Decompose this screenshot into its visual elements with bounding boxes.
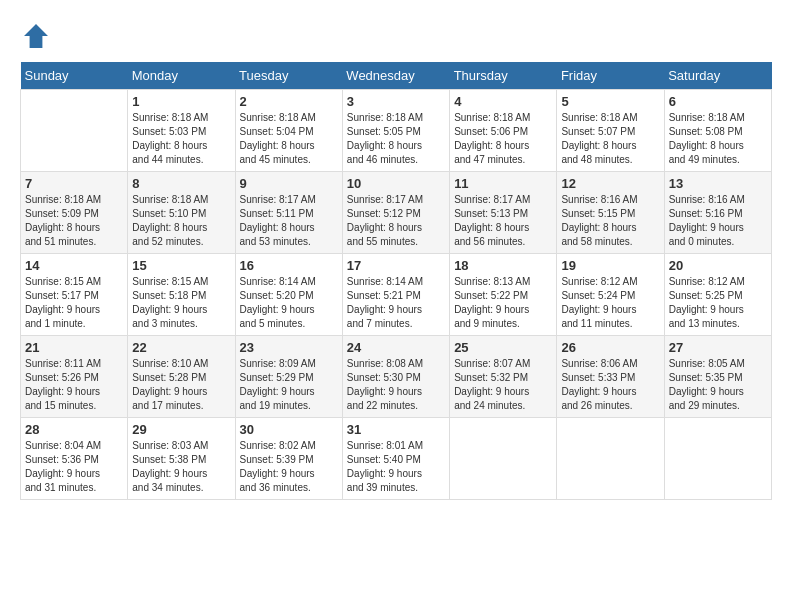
day-info: Sunrise: 8:18 AM Sunset: 5:08 PM Dayligh… (669, 111, 767, 167)
day-number: 21 (25, 340, 123, 355)
day-info: Sunrise: 8:12 AM Sunset: 5:24 PM Dayligh… (561, 275, 659, 331)
calendar-cell: 9Sunrise: 8:17 AM Sunset: 5:11 PM Daylig… (235, 172, 342, 254)
day-number: 8 (132, 176, 230, 191)
calendar-cell (557, 418, 664, 500)
calendar-cell: 23Sunrise: 8:09 AM Sunset: 5:29 PM Dayli… (235, 336, 342, 418)
calendar-cell: 13Sunrise: 8:16 AM Sunset: 5:16 PM Dayli… (664, 172, 771, 254)
day-number: 27 (669, 340, 767, 355)
day-info: Sunrise: 8:06 AM Sunset: 5:33 PM Dayligh… (561, 357, 659, 413)
calendar-cell: 22Sunrise: 8:10 AM Sunset: 5:28 PM Dayli… (128, 336, 235, 418)
svg-marker-0 (24, 24, 48, 48)
day-info: Sunrise: 8:18 AM Sunset: 5:05 PM Dayligh… (347, 111, 445, 167)
day-number: 9 (240, 176, 338, 191)
calendar-cell: 10Sunrise: 8:17 AM Sunset: 5:12 PM Dayli… (342, 172, 449, 254)
calendar-cell: 31Sunrise: 8:01 AM Sunset: 5:40 PM Dayli… (342, 418, 449, 500)
day-info: Sunrise: 8:03 AM Sunset: 5:38 PM Dayligh… (132, 439, 230, 495)
column-header-friday: Friday (557, 62, 664, 90)
calendar-week-row: 7Sunrise: 8:18 AM Sunset: 5:09 PM Daylig… (21, 172, 772, 254)
day-number: 6 (669, 94, 767, 109)
day-number: 11 (454, 176, 552, 191)
calendar-table: SundayMondayTuesdayWednesdayThursdayFrid… (20, 62, 772, 500)
calendar-cell: 12Sunrise: 8:16 AM Sunset: 5:15 PM Dayli… (557, 172, 664, 254)
day-info: Sunrise: 8:17 AM Sunset: 5:11 PM Dayligh… (240, 193, 338, 249)
day-number: 23 (240, 340, 338, 355)
calendar-cell: 14Sunrise: 8:15 AM Sunset: 5:17 PM Dayli… (21, 254, 128, 336)
day-info: Sunrise: 8:18 AM Sunset: 5:07 PM Dayligh… (561, 111, 659, 167)
calendar-cell: 28Sunrise: 8:04 AM Sunset: 5:36 PM Dayli… (21, 418, 128, 500)
day-info: Sunrise: 8:02 AM Sunset: 5:39 PM Dayligh… (240, 439, 338, 495)
day-info: Sunrise: 8:14 AM Sunset: 5:20 PM Dayligh… (240, 275, 338, 331)
logo-icon (20, 20, 52, 52)
calendar-cell: 8Sunrise: 8:18 AM Sunset: 5:10 PM Daylig… (128, 172, 235, 254)
day-number: 16 (240, 258, 338, 273)
day-number: 20 (669, 258, 767, 273)
calendar-cell: 4Sunrise: 8:18 AM Sunset: 5:06 PM Daylig… (450, 90, 557, 172)
column-header-wednesday: Wednesday (342, 62, 449, 90)
day-info: Sunrise: 8:09 AM Sunset: 5:29 PM Dayligh… (240, 357, 338, 413)
day-info: Sunrise: 8:04 AM Sunset: 5:36 PM Dayligh… (25, 439, 123, 495)
day-info: Sunrise: 8:14 AM Sunset: 5:21 PM Dayligh… (347, 275, 445, 331)
day-number: 15 (132, 258, 230, 273)
day-info: Sunrise: 8:18 AM Sunset: 5:09 PM Dayligh… (25, 193, 123, 249)
calendar-week-row: 14Sunrise: 8:15 AM Sunset: 5:17 PM Dayli… (21, 254, 772, 336)
calendar-cell: 3Sunrise: 8:18 AM Sunset: 5:05 PM Daylig… (342, 90, 449, 172)
day-number: 19 (561, 258, 659, 273)
day-info: Sunrise: 8:13 AM Sunset: 5:22 PM Dayligh… (454, 275, 552, 331)
calendar-cell: 27Sunrise: 8:05 AM Sunset: 5:35 PM Dayli… (664, 336, 771, 418)
day-number: 22 (132, 340, 230, 355)
calendar-cell: 6Sunrise: 8:18 AM Sunset: 5:08 PM Daylig… (664, 90, 771, 172)
day-number: 2 (240, 94, 338, 109)
calendar-week-row: 21Sunrise: 8:11 AM Sunset: 5:26 PM Dayli… (21, 336, 772, 418)
column-header-sunday: Sunday (21, 62, 128, 90)
day-info: Sunrise: 8:08 AM Sunset: 5:30 PM Dayligh… (347, 357, 445, 413)
calendar-cell: 25Sunrise: 8:07 AM Sunset: 5:32 PM Dayli… (450, 336, 557, 418)
day-number: 25 (454, 340, 552, 355)
calendar-week-row: 1Sunrise: 8:18 AM Sunset: 5:03 PM Daylig… (21, 90, 772, 172)
day-number: 4 (454, 94, 552, 109)
column-header-monday: Monday (128, 62, 235, 90)
calendar-cell (664, 418, 771, 500)
day-info: Sunrise: 8:01 AM Sunset: 5:40 PM Dayligh… (347, 439, 445, 495)
calendar-cell: 26Sunrise: 8:06 AM Sunset: 5:33 PM Dayli… (557, 336, 664, 418)
day-info: Sunrise: 8:12 AM Sunset: 5:25 PM Dayligh… (669, 275, 767, 331)
day-number: 12 (561, 176, 659, 191)
calendar-cell: 2Sunrise: 8:18 AM Sunset: 5:04 PM Daylig… (235, 90, 342, 172)
day-info: Sunrise: 8:18 AM Sunset: 5:04 PM Dayligh… (240, 111, 338, 167)
day-info: Sunrise: 8:18 AM Sunset: 5:03 PM Dayligh… (132, 111, 230, 167)
calendar-week-row: 28Sunrise: 8:04 AM Sunset: 5:36 PM Dayli… (21, 418, 772, 500)
calendar-cell (450, 418, 557, 500)
column-header-saturday: Saturday (664, 62, 771, 90)
calendar-cell: 20Sunrise: 8:12 AM Sunset: 5:25 PM Dayli… (664, 254, 771, 336)
day-info: Sunrise: 8:17 AM Sunset: 5:12 PM Dayligh… (347, 193, 445, 249)
day-info: Sunrise: 8:16 AM Sunset: 5:15 PM Dayligh… (561, 193, 659, 249)
day-info: Sunrise: 8:15 AM Sunset: 5:17 PM Dayligh… (25, 275, 123, 331)
calendar-cell: 18Sunrise: 8:13 AM Sunset: 5:22 PM Dayli… (450, 254, 557, 336)
day-number: 18 (454, 258, 552, 273)
calendar-cell: 21Sunrise: 8:11 AM Sunset: 5:26 PM Dayli… (21, 336, 128, 418)
day-number: 7 (25, 176, 123, 191)
day-number: 17 (347, 258, 445, 273)
day-info: Sunrise: 8:17 AM Sunset: 5:13 PM Dayligh… (454, 193, 552, 249)
day-number: 3 (347, 94, 445, 109)
day-info: Sunrise: 8:18 AM Sunset: 5:10 PM Dayligh… (132, 193, 230, 249)
column-header-tuesday: Tuesday (235, 62, 342, 90)
day-number: 5 (561, 94, 659, 109)
logo (20, 20, 56, 52)
day-number: 28 (25, 422, 123, 437)
day-number: 14 (25, 258, 123, 273)
day-info: Sunrise: 8:10 AM Sunset: 5:28 PM Dayligh… (132, 357, 230, 413)
day-info: Sunrise: 8:16 AM Sunset: 5:16 PM Dayligh… (669, 193, 767, 249)
day-info: Sunrise: 8:05 AM Sunset: 5:35 PM Dayligh… (669, 357, 767, 413)
calendar-cell: 7Sunrise: 8:18 AM Sunset: 5:09 PM Daylig… (21, 172, 128, 254)
calendar-cell: 17Sunrise: 8:14 AM Sunset: 5:21 PM Dayli… (342, 254, 449, 336)
day-number: 29 (132, 422, 230, 437)
day-number: 24 (347, 340, 445, 355)
calendar-cell: 29Sunrise: 8:03 AM Sunset: 5:38 PM Dayli… (128, 418, 235, 500)
day-number: 13 (669, 176, 767, 191)
day-number: 30 (240, 422, 338, 437)
calendar-cell: 16Sunrise: 8:14 AM Sunset: 5:20 PM Dayli… (235, 254, 342, 336)
calendar-cell: 19Sunrise: 8:12 AM Sunset: 5:24 PM Dayli… (557, 254, 664, 336)
column-header-thursday: Thursday (450, 62, 557, 90)
calendar-header-row: SundayMondayTuesdayWednesdayThursdayFrid… (21, 62, 772, 90)
calendar-cell: 5Sunrise: 8:18 AM Sunset: 5:07 PM Daylig… (557, 90, 664, 172)
